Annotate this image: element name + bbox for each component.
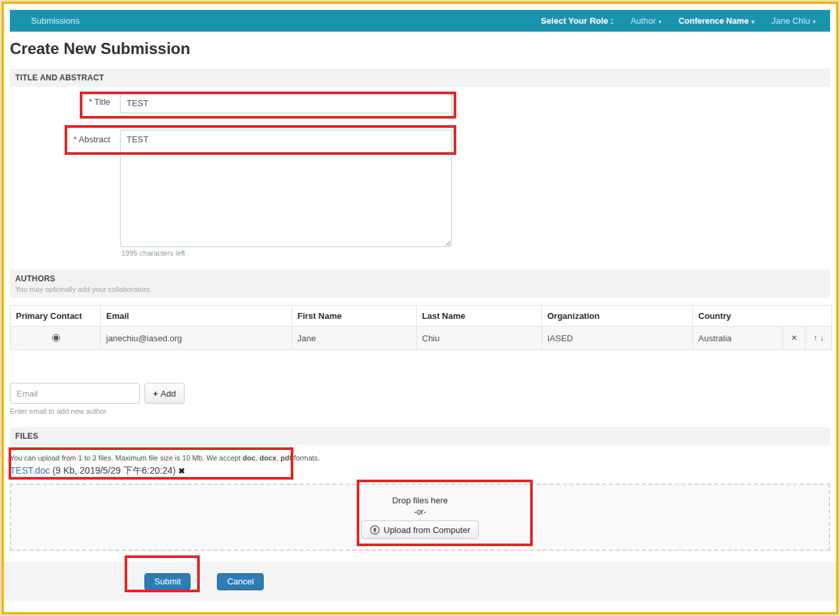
col-last-name: Last Name: [417, 306, 542, 327]
section-heading: TITLE AND ABSTRACT: [15, 73, 825, 82]
add-author-row: +Add: [10, 383, 830, 404]
section-heading: AUTHORS: [15, 274, 825, 283]
table-header-row: Primary Contact Email First Name Last Na…: [11, 306, 832, 327]
cancel-button[interactable]: Cancel: [217, 573, 263, 590]
author-table-row: janechiu@iased.org Jane Chiu IASED Austr…: [11, 327, 832, 350]
author-last-name-cell: Chiu: [417, 327, 542, 350]
abstract-textarea[interactable]: TEST: [120, 130, 452, 247]
section-authors: AUTHORS You may optionally add your coll…: [10, 269, 830, 298]
author-first-name-cell: Jane: [292, 327, 417, 350]
remove-author-icon[interactable]: ✕: [783, 327, 806, 350]
add-author-button[interactable]: +Add: [144, 383, 185, 404]
upload-icon: [370, 525, 380, 535]
abstract-field-row: *Abstract TEST: [10, 130, 830, 247]
role-dropdown[interactable]: Author▾: [630, 16, 661, 26]
select-role-label: Select Your Role :: [541, 16, 613, 26]
nav-submissions-link[interactable]: Submissions: [31, 16, 80, 26]
required-asterisk: *: [73, 134, 76, 144]
authors-subtitle: You may optionally add your collaborator…: [15, 285, 825, 293]
chevron-down-icon: ▾: [751, 18, 754, 25]
page-title: Create New Submission: [10, 40, 830, 58]
add-author-helper-text: Enter email to add new author.: [10, 407, 830, 416]
remove-file-icon[interactable]: ✖: [178, 466, 185, 476]
user-menu-dropdown[interactable]: Jane Chiu▾: [771, 16, 816, 26]
uploaded-file-item: TEST.doc (9 Kb, 2019/5/29 下午6:20:24)✖: [10, 465, 830, 477]
authors-table: Primary Contact Email First Name Last Na…: [10, 305, 832, 350]
col-email: Email: [101, 306, 292, 327]
chevron-down-icon: ▾: [659, 18, 662, 25]
role-dropdown-label: Author: [630, 16, 655, 26]
submit-button[interactable]: Submit: [144, 573, 191, 590]
chevron-down-icon: ▾: [812, 18, 816, 25]
title-field-row: *Title: [10, 92, 830, 113]
top-navbar: Submissions Select Your Role : Author▾ C…: [10, 10, 830, 32]
section-title-abstract: TITLE AND ABSTRACT: [10, 69, 830, 87]
file-dropzone[interactable]: Drop files here -or- Upload from Compute…: [10, 484, 830, 551]
move-up-icon[interactable]: ↑: [814, 333, 818, 343]
col-country: Country: [693, 306, 832, 327]
user-name-label: Jane Chiu: [771, 16, 810, 26]
author-country-cell: Australia: [693, 327, 783, 350]
primary-contact-radio[interactable]: [52, 334, 60, 342]
dropzone-title: Drop files here: [392, 495, 448, 505]
characters-left-counter: 1995 characters left: [121, 247, 830, 258]
col-organization: Organization: [542, 306, 693, 327]
section-files: FILES: [10, 427, 830, 445]
file-meta: (9 Kb, 2019/5/29 下午6:20:24): [50, 465, 176, 476]
form-actions-bar: Submit Cancel: [1, 562, 839, 601]
title-label: *Title: [10, 92, 120, 113]
title-input[interactable]: [120, 92, 452, 113]
conference-dropdown-label: Conference Name: [678, 16, 748, 26]
section-heading: FILES: [15, 432, 825, 441]
author-email-cell: janechiu@iased.org: [101, 327, 292, 350]
col-primary-contact: Primary Contact: [11, 306, 101, 327]
author-organization-cell: IASED: [542, 327, 693, 350]
plus-icon: +: [153, 389, 158, 399]
new-author-email-input[interactable]: [10, 383, 140, 404]
conference-dropdown[interactable]: Conference Name▾: [678, 16, 754, 26]
abstract-label: *Abstract: [10, 130, 120, 247]
upload-rules-text: You can upload from 1 to 3 files. Maximu…: [10, 454, 830, 462]
required-asterisk: *: [89, 97, 92, 107]
uploaded-file-link[interactable]: TEST.doc: [10, 465, 50, 476]
page-frame: Submissions Select Your Role : Author▾ C…: [0, 0, 840, 616]
reorder-author-cell: ↑↓: [806, 327, 832, 350]
dropzone-or-text: -or-: [414, 507, 427, 517]
upload-from-computer-button[interactable]: Upload from Computer: [361, 520, 479, 539]
move-down-icon[interactable]: ↓: [820, 333, 824, 343]
col-first-name: First Name: [292, 306, 417, 327]
